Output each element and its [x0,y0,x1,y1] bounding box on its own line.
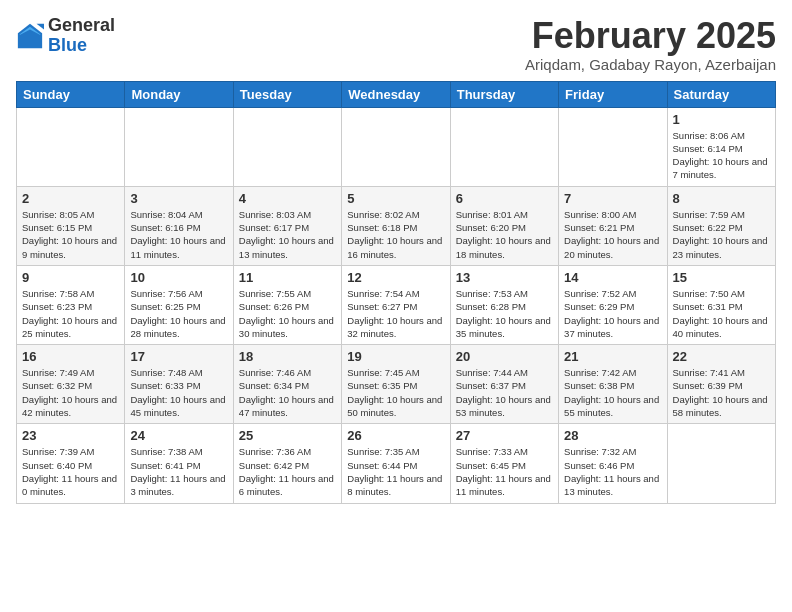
day-number: 5 [347,191,444,206]
week-row-1: 2Sunrise: 8:05 AM Sunset: 6:15 PM Daylig… [17,186,776,265]
calendar-cell [17,107,125,186]
calendar-cell [559,107,667,186]
day-number: 25 [239,428,336,443]
page-header: General Blue February 2025 Ariqdam, Gada… [16,16,776,73]
logo: General Blue [16,16,115,56]
day-number: 23 [22,428,119,443]
day-info: Sunrise: 8:03 AM Sunset: 6:17 PM Dayligh… [239,208,336,261]
calendar-cell: 4Sunrise: 8:03 AM Sunset: 6:17 PM Daylig… [233,186,341,265]
day-number: 18 [239,349,336,364]
day-number: 6 [456,191,553,206]
day-info: Sunrise: 8:01 AM Sunset: 6:20 PM Dayligh… [456,208,553,261]
header-tuesday: Tuesday [233,81,341,107]
calendar-cell [450,107,558,186]
day-info: Sunrise: 8:05 AM Sunset: 6:15 PM Dayligh… [22,208,119,261]
day-info: Sunrise: 7:35 AM Sunset: 6:44 PM Dayligh… [347,445,444,498]
day-info: Sunrise: 7:56 AM Sunset: 6:25 PM Dayligh… [130,287,227,340]
calendar-cell: 24Sunrise: 7:38 AM Sunset: 6:41 PM Dayli… [125,424,233,503]
calendar-cell: 20Sunrise: 7:44 AM Sunset: 6:37 PM Dayli… [450,345,558,424]
svg-marker-1 [37,24,44,30]
day-info: Sunrise: 7:32 AM Sunset: 6:46 PM Dayligh… [564,445,661,498]
day-number: 10 [130,270,227,285]
logo-general: General [48,16,115,36]
calendar-cell: 3Sunrise: 8:04 AM Sunset: 6:16 PM Daylig… [125,186,233,265]
calendar-cell: 1Sunrise: 8:06 AM Sunset: 6:14 PM Daylig… [667,107,775,186]
week-row-2: 9Sunrise: 7:58 AM Sunset: 6:23 PM Daylig… [17,265,776,344]
calendar-cell [342,107,450,186]
logo-text: General Blue [48,16,115,56]
calendar-cell: 25Sunrise: 7:36 AM Sunset: 6:42 PM Dayli… [233,424,341,503]
day-info: Sunrise: 7:58 AM Sunset: 6:23 PM Dayligh… [22,287,119,340]
day-number: 13 [456,270,553,285]
day-info: Sunrise: 8:06 AM Sunset: 6:14 PM Dayligh… [673,129,770,182]
header-friday: Friday [559,81,667,107]
day-info: Sunrise: 8:00 AM Sunset: 6:21 PM Dayligh… [564,208,661,261]
day-info: Sunrise: 7:42 AM Sunset: 6:38 PM Dayligh… [564,366,661,419]
calendar-cell: 14Sunrise: 7:52 AM Sunset: 6:29 PM Dayli… [559,265,667,344]
calendar-cell: 12Sunrise: 7:54 AM Sunset: 6:27 PM Dayli… [342,265,450,344]
calendar-cell: 17Sunrise: 7:48 AM Sunset: 6:33 PM Dayli… [125,345,233,424]
day-info: Sunrise: 7:33 AM Sunset: 6:45 PM Dayligh… [456,445,553,498]
calendar-cell: 13Sunrise: 7:53 AM Sunset: 6:28 PM Dayli… [450,265,558,344]
day-number: 11 [239,270,336,285]
calendar-cell: 23Sunrise: 7:39 AM Sunset: 6:40 PM Dayli… [17,424,125,503]
calendar-cell: 8Sunrise: 7:59 AM Sunset: 6:22 PM Daylig… [667,186,775,265]
week-row-3: 16Sunrise: 7:49 AM Sunset: 6:32 PM Dayli… [17,345,776,424]
calendar-cell: 27Sunrise: 7:33 AM Sunset: 6:45 PM Dayli… [450,424,558,503]
header-saturday: Saturday [667,81,775,107]
logo-blue: Blue [48,36,115,56]
day-number: 24 [130,428,227,443]
day-info: Sunrise: 7:38 AM Sunset: 6:41 PM Dayligh… [130,445,227,498]
day-info: Sunrise: 7:36 AM Sunset: 6:42 PM Dayligh… [239,445,336,498]
calendar-cell [125,107,233,186]
day-info: Sunrise: 7:39 AM Sunset: 6:40 PM Dayligh… [22,445,119,498]
calendar-cell: 19Sunrise: 7:45 AM Sunset: 6:35 PM Dayli… [342,345,450,424]
calendar-cell: 22Sunrise: 7:41 AM Sunset: 6:39 PM Dayli… [667,345,775,424]
calendar-subtitle: Ariqdam, Gadabay Rayon, Azerbaijan [525,56,776,73]
day-info: Sunrise: 8:02 AM Sunset: 6:18 PM Dayligh… [347,208,444,261]
day-number: 26 [347,428,444,443]
day-number: 1 [673,112,770,127]
calendar-title: February 2025 [525,16,776,56]
day-info: Sunrise: 7:44 AM Sunset: 6:37 PM Dayligh… [456,366,553,419]
header-wednesday: Wednesday [342,81,450,107]
calendar-cell: 16Sunrise: 7:49 AM Sunset: 6:32 PM Dayli… [17,345,125,424]
day-number: 21 [564,349,661,364]
week-row-4: 23Sunrise: 7:39 AM Sunset: 6:40 PM Dayli… [17,424,776,503]
day-number: 22 [673,349,770,364]
day-number: 2 [22,191,119,206]
day-number: 16 [22,349,119,364]
day-info: Sunrise: 7:46 AM Sunset: 6:34 PM Dayligh… [239,366,336,419]
day-number: 27 [456,428,553,443]
calendar-cell [667,424,775,503]
calendar-cell: 6Sunrise: 8:01 AM Sunset: 6:20 PM Daylig… [450,186,558,265]
logo-icon [16,22,44,50]
calendar-cell: 28Sunrise: 7:32 AM Sunset: 6:46 PM Dayli… [559,424,667,503]
calendar-cell: 11Sunrise: 7:55 AM Sunset: 6:26 PM Dayli… [233,265,341,344]
day-info: Sunrise: 7:52 AM Sunset: 6:29 PM Dayligh… [564,287,661,340]
day-info: Sunrise: 7:54 AM Sunset: 6:27 PM Dayligh… [347,287,444,340]
day-info: Sunrise: 7:53 AM Sunset: 6:28 PM Dayligh… [456,287,553,340]
day-number: 14 [564,270,661,285]
day-info: Sunrise: 7:55 AM Sunset: 6:26 PM Dayligh… [239,287,336,340]
day-info: Sunrise: 7:48 AM Sunset: 6:33 PM Dayligh… [130,366,227,419]
calendar-cell: 26Sunrise: 7:35 AM Sunset: 6:44 PM Dayli… [342,424,450,503]
day-info: Sunrise: 7:49 AM Sunset: 6:32 PM Dayligh… [22,366,119,419]
header-row: SundayMondayTuesdayWednesdayThursdayFrid… [17,81,776,107]
day-number: 9 [22,270,119,285]
header-sunday: Sunday [17,81,125,107]
day-number: 28 [564,428,661,443]
day-number: 3 [130,191,227,206]
calendar-cell: 15Sunrise: 7:50 AM Sunset: 6:31 PM Dayli… [667,265,775,344]
day-number: 7 [564,191,661,206]
title-section: February 2025 Ariqdam, Gadabay Rayon, Az… [525,16,776,73]
calendar-table: SundayMondayTuesdayWednesdayThursdayFrid… [16,81,776,504]
header-monday: Monday [125,81,233,107]
calendar-cell: 2Sunrise: 8:05 AM Sunset: 6:15 PM Daylig… [17,186,125,265]
day-info: Sunrise: 7:59 AM Sunset: 6:22 PM Dayligh… [673,208,770,261]
day-number: 4 [239,191,336,206]
header-thursday: Thursday [450,81,558,107]
day-info: Sunrise: 7:50 AM Sunset: 6:31 PM Dayligh… [673,287,770,340]
day-info: Sunrise: 8:04 AM Sunset: 6:16 PM Dayligh… [130,208,227,261]
day-number: 20 [456,349,553,364]
